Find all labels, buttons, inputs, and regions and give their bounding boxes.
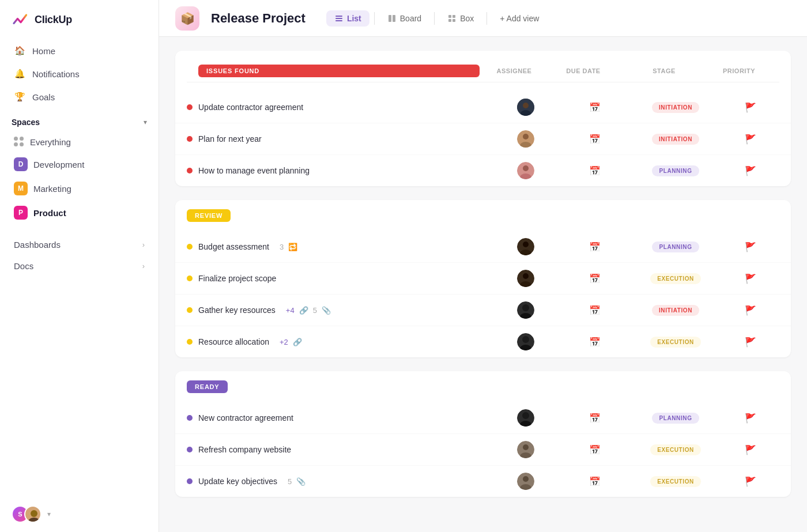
assignee-cell [491,441,560,458]
table-row[interactable]: Refresh company website 📅 EXECUT [175,434,791,466]
date-cell: 📅 [560,242,629,252]
sidebar-item-goals[interactable]: 🏆 Goals [7,85,152,108]
tab-box[interactable]: Box [439,10,482,27]
table-row[interactable]: Gather key resources +4 🔗 5 📎 [175,295,791,326]
stage-badge: PLANNING [652,413,699,424]
table-row[interactable]: Plan for next year 📅 INITIATION [175,123,791,155]
svg-point-33 [522,412,529,419]
col-priority: PRIORITY [710,67,768,74]
date-cell: 📅 [560,444,629,455]
trophy-icon: 🏆 [14,91,25,103]
svg-point-1 [28,518,40,523]
table-row[interactable]: Update contractor agreement 📅 IN [175,92,791,123]
assignee-cell [491,409,560,427]
group-issues-header: ISSUES FOUND ASSIGNEE DUE DATE STAGE PRI… [175,51,791,92]
priority-cell: 🚩 [722,444,779,455]
task-dot-red [187,136,193,142]
svg-rect-10 [452,19,455,22]
task-name-cell: Update key objectives 5 📎 [187,477,491,486]
group-ready-header: READY [175,371,791,402]
attachment-icon: 📎 [296,477,306,486]
task-attachment-count: 5 [313,306,317,315]
task-name-cell: Budget assessment 3 🔁 [187,242,491,251]
sidebar-item-docs[interactable]: Docs › [7,255,152,277]
home-icon: 🏠 [14,45,25,56]
task-dot-yellow [187,339,193,345]
task-meta: +4 🔗 5 📎 [286,306,331,315]
flag-icon: 🚩 [745,305,756,316]
sidebar-item-everything[interactable]: Everything [2,131,156,152]
task-name: How to manage event planning [198,166,310,175]
goals-label: Goals [32,92,55,102]
svg-point-12 [523,103,529,108]
assignee-cell [491,130,560,148]
task-name: Budget assessment [198,242,269,251]
tab-board[interactable]: Board [379,10,429,27]
avatar [517,441,534,458]
task-name-cell: Finalize project scope [187,274,491,283]
stage-badge: INITIATION [652,305,699,316]
avatar-face-icon [517,130,534,148]
user-dropdown-icon[interactable]: ▾ [47,510,51,518]
task-meta: 3 🔁 [280,243,297,251]
group-issues-found: ISSUES FOUND ASSIGNEE DUE DATE STAGE PRI… [175,51,791,186]
group-ready-badge: READY [187,380,228,393]
assignee-cell [491,99,560,116]
top-nav: 🏠 Home 🔔 Notifications 🏆 Goals [0,39,159,108]
sidebar-item-notifications[interactable]: 🔔 Notifications [7,62,152,85]
avatar [517,99,534,116]
user-avatars[interactable]: S [12,505,42,523]
flag-icon: 🚩 [745,476,756,487]
sidebar-item-dashboards[interactable]: Dashboards › [7,234,152,255]
svg-rect-8 [452,15,455,18]
stage-cell: PLANNING [629,165,722,176]
chevron-down-icon[interactable]: ▾ [144,118,147,126]
date-cell: 📅 [560,102,629,113]
calendar-icon: 📅 [589,165,601,176]
tab-divider-3 [487,12,487,25]
tab-divider-2 [434,12,435,25]
table-row[interactable]: How to manage event planning 📅 P [175,155,791,186]
calendar-icon: 📅 [589,134,601,145]
table-row[interactable]: Finalize project scope 📅 EXECUTI [175,263,791,295]
main-header: 📦 Release Project List Board [159,0,807,37]
svg-point-39 [523,476,529,482]
avatar [517,473,534,490]
sidebar-item-development[interactable]: D Development [2,152,156,176]
priority-cell: 🚩 [722,165,779,176]
task-name: Update contractor agreement [198,103,303,112]
calendar-icon: 📅 [589,305,601,316]
svg-point-18 [523,165,529,171]
table-row[interactable]: New contractor agreement 📅 PLANN [175,402,791,434]
task-extra: +2 [280,338,288,346]
calendar-icon: 📅 [589,444,601,455]
flag-icon: 🚩 [745,165,756,176]
sidebar-item-marketing[interactable]: M Marketing [2,176,156,201]
table-row[interactable]: Resource allocation +2 🔗 [175,326,791,357]
flag-icon: 🚩 [745,242,756,252]
stage-cell: PLANNING [629,242,722,252]
tab-list[interactable]: List [326,10,369,27]
table-row[interactable]: Update key objectives 5 📎 [175,466,791,497]
table-row[interactable]: Budget assessment 3 🔁 [175,231,791,263]
stage-badge: PLANNING [652,165,699,176]
avatar-face-icon [517,162,534,179]
priority-cell: 🚩 [722,337,779,348]
development-label: Development [33,160,84,169]
bottom-nav: Dashboards › Docs › [0,234,159,277]
sidebar-item-home[interactable]: 🏠 Home [7,39,152,62]
sidebar: ClickUp 🏠 Home 🔔 Notifications 🏆 Goals S… [0,0,159,532]
stage-cell: EXECUTION [629,337,722,348]
task-meta: 5 📎 [288,477,306,486]
add-view-button[interactable]: + Add view [492,10,547,27]
flag-icon: 🚩 [745,337,756,348]
calendar-icon: 📅 [589,273,601,284]
spaces-section-header: Spaces ▾ [0,108,159,131]
sidebar-item-product[interactable]: P Product [2,201,156,225]
stage-badge: EXECUTION [650,476,701,487]
project-title: Release Project [211,11,306,26]
docs-arrow-icon: › [142,262,145,270]
logo-area[interactable]: ClickUp [0,0,159,39]
add-view-label: + Add view [500,14,539,23]
avatar-face-icon [517,409,534,427]
